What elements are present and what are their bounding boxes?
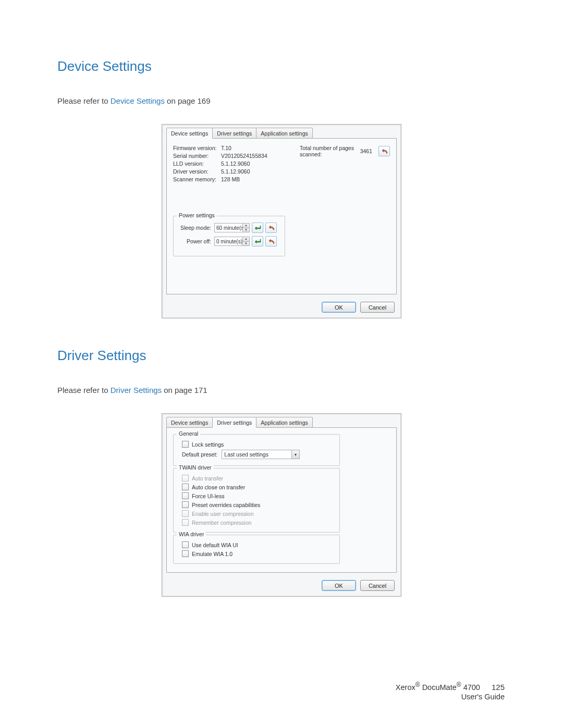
- fieldset-power-settings: Power settings Sleep mode: 60 minute(s) …: [173, 216, 285, 256]
- enter-arrow-icon: [254, 225, 261, 231]
- lock-settings-label: Lock settings: [192, 441, 224, 448]
- wia-legend: WIA driver: [177, 531, 206, 537]
- driverv-label: Driver version:: [173, 168, 221, 175]
- chevron-up-icon[interactable]: ▲: [242, 237, 249, 242]
- driverv-value: 5.1.12.9060: [221, 168, 250, 175]
- emulate-wia-label: Emulate WIA 1.0: [192, 551, 232, 557]
- ok-button[interactable]: OK: [322, 580, 356, 591]
- heading-device-settings: Device Settings: [57, 58, 506, 75]
- tab-bar: Device settings Driver settings Applicat…: [163, 415, 400, 427]
- ok-button[interactable]: OK: [322, 302, 356, 313]
- default-preset-value: Last used settings: [224, 451, 268, 458]
- sleep-label: Sleep mode:: [179, 225, 214, 231]
- enter-arrow-icon: [254, 239, 261, 244]
- firmware-value: T.10: [221, 145, 231, 151]
- poweroff-label: Power off:: [179, 238, 214, 244]
- reset-pages-button[interactable]: [378, 146, 390, 156]
- checkbox-use-default-wia[interactable]: [182, 541, 189, 548]
- poweroff-spinner[interactable]: 0 minute(s) ▲▼: [214, 237, 250, 246]
- tab-bar: Device settings Driver settings Applicat…: [163, 126, 400, 138]
- link-device-settings[interactable]: Device Settings: [111, 96, 165, 105]
- tab-panel-device: Firmware version:T.10 Serial number:V201…: [166, 138, 397, 294]
- power-legend: Power settings: [177, 212, 217, 218]
- serial-label: Serial number:: [173, 153, 221, 159]
- checkbox-force-uiless[interactable]: [182, 492, 189, 499]
- tab-driver-settings[interactable]: Driver settings: [212, 128, 256, 138]
- dialog-driver-settings: Device settings Driver settings Applicat…: [162, 413, 401, 597]
- reset-poweroff-button[interactable]: [265, 236, 277, 246]
- chevron-down-icon: ▾: [291, 450, 299, 459]
- mem-label: Scanner memory:: [173, 176, 221, 182]
- heading-driver-settings: Driver Settings: [57, 348, 506, 364]
- default-preset-combo[interactable]: Last used settings ▾: [222, 450, 300, 459]
- checkbox-lock-settings[interactable]: [182, 441, 189, 448]
- footer-brand-1: Xerox: [396, 683, 415, 692]
- force-uiless-label: Force UI-less: [192, 493, 224, 499]
- page-footer: Xerox® DocuMate® 4700 125 User's Guide: [396, 681, 505, 701]
- undo-icon: [268, 225, 275, 231]
- dialog-device-settings: Device settings Driver settings Applicat…: [162, 124, 401, 318]
- device-info-column: Firmware version:T.10 Serial number:V201…: [173, 145, 290, 256]
- auto-transfer-label: Auto transfer: [192, 475, 223, 482]
- tab-panel-driver: General Lock settings Default preset: La…: [166, 427, 397, 573]
- footer-brand-2: DocuMate: [420, 683, 457, 692]
- device-stats-column: Total number of pages scanned: 3461: [300, 145, 390, 256]
- general-legend: General: [177, 430, 200, 437]
- checkbox-preset-override[interactable]: [182, 501, 189, 508]
- refer-post: on page 171: [162, 386, 207, 394]
- footer-brand-3: 4700: [461, 683, 480, 692]
- sleep-spinner[interactable]: 60 minute(s) ▲▼: [214, 223, 250, 232]
- cancel-button[interactable]: Cancel: [360, 580, 395, 591]
- refer-driver-settings: Please refer to Driver Settings on page …: [57, 386, 506, 394]
- twain-legend: TWAIN driver: [177, 464, 214, 471]
- pages-scanned-value: 3461: [360, 148, 372, 154]
- lld-value: 5.1.12.9060: [221, 161, 250, 167]
- refer-device-settings: Please refer to Device Settings on page …: [57, 96, 506, 105]
- checkbox-emulate-wia[interactable]: [182, 550, 189, 557]
- serial-value: V20120524155834: [221, 153, 267, 159]
- apply-poweroff-button[interactable]: [252, 236, 263, 246]
- use-default-wia-label: Use default WIA UI: [192, 542, 238, 548]
- tab-device-settings[interactable]: Device settings: [166, 128, 213, 139]
- chevron-up-icon[interactable]: ▲: [242, 224, 249, 228]
- refer-post: on page 169: [165, 96, 211, 105]
- cancel-button[interactable]: Cancel: [360, 302, 395, 313]
- undo-icon: [268, 239, 275, 244]
- chevron-down-icon[interactable]: ▼: [242, 242, 249, 246]
- refer-pre: Please refer to: [57, 386, 111, 394]
- default-preset-label: Default preset:: [182, 451, 217, 458]
- page-number: 125: [492, 683, 505, 692]
- lld-label: LLD version:: [173, 161, 221, 167]
- group-wia: WIA driver Use default WIA UI Emulate WI…: [173, 535, 340, 564]
- pages-scanned-label: Total number of pages scanned:: [300, 145, 356, 157]
- group-twain: TWAIN driver Auto transfer Auto close on…: [173, 468, 340, 533]
- preset-override-label: Preset overrides capabilities: [192, 502, 260, 508]
- enable-compression-label: Enable user compression: [192, 511, 253, 517]
- remember-compression-label: Remember compression: [192, 520, 251, 526]
- firmware-label: Firmware version:: [173, 145, 221, 151]
- chevron-down-icon[interactable]: ▼: [242, 228, 249, 232]
- mem-value: 128 MB: [221, 176, 240, 182]
- tab-driver-settings[interactable]: Driver settings: [212, 417, 256, 428]
- apply-sleep-button[interactable]: [252, 223, 263, 233]
- group-general: General Lock settings Default preset: La…: [173, 434, 340, 466]
- link-driver-settings[interactable]: Driver Settings: [111, 386, 162, 394]
- tab-application-settings[interactable]: Application settings: [256, 128, 312, 138]
- checkbox-auto-transfer[interactable]: [182, 475, 189, 482]
- footer-subtitle: User's Guide: [396, 693, 505, 701]
- sleep-value: 60 minute(s): [216, 225, 246, 231]
- tab-device-settings[interactable]: Device settings: [166, 417, 213, 427]
- poweroff-value: 0 minute(s): [216, 239, 242, 244]
- refer-pre: Please refer to: [57, 96, 111, 105]
- tab-application-settings[interactable]: Application settings: [256, 417, 312, 427]
- page-content: Device Settings Please refer to Device S…: [0, 0, 563, 597]
- undo-icon: [381, 149, 388, 154]
- checkbox-enable-compression[interactable]: [182, 510, 189, 517]
- checkbox-auto-close[interactable]: [182, 484, 189, 490]
- checkbox-remember-compression[interactable]: [182, 519, 189, 526]
- reset-sleep-button[interactable]: [265, 223, 277, 233]
- auto-close-label: Auto close on transfer: [192, 484, 245, 490]
